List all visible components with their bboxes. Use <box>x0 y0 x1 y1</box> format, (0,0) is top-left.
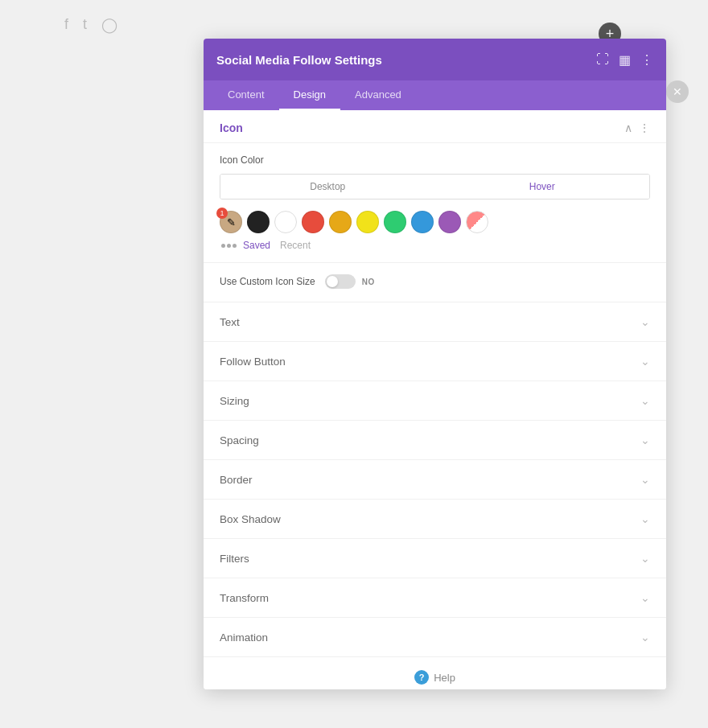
bg-twitter-icon: t <box>83 16 87 34</box>
accordion-border-label: Border <box>220 474 253 486</box>
modal-tabs: Content Design Advanced <box>204 80 666 110</box>
desktop-tab[interactable]: Desktop <box>220 175 435 199</box>
swatch-purple[interactable] <box>438 211 461 233</box>
more-icon[interactable]: ⋮ <box>640 52 653 68</box>
accordion-animation-label: Animation <box>220 631 268 644</box>
tab-advanced[interactable]: Advanced <box>340 80 416 110</box>
bg-instagram-icon: ◯ <box>101 16 117 34</box>
chevron-down-icon: ⌄ <box>640 473 650 486</box>
chevron-down-icon: ⌄ <box>640 512 650 525</box>
help-icon[interactable]: ? <box>414 670 429 685</box>
custom-icon-size-row: Use Custom Icon Size NO <box>204 263 666 302</box>
icon-color-section: Icon Color Desktop Hover 1 ✎ <box>204 143 666 263</box>
accordion-box-shadow-label: Box Shadow <box>220 513 281 525</box>
accordion-spacing[interactable]: Spacing ⌄ <box>204 421 666 460</box>
collapse-icon[interactable]: ∧ <box>624 121 632 134</box>
accordion-filters[interactable]: Filters ⌄ <box>204 539 666 578</box>
accordion-border[interactable]: Border ⌄ <box>204 460 666 500</box>
bg-social-icons: f t ◯ <box>64 16 117 34</box>
swatch-blue[interactable] <box>411 211 434 233</box>
toggle-switch[interactable]: NO <box>325 274 375 289</box>
accordion-transform-label: Transform <box>220 592 269 604</box>
section-more-icon[interactable]: ⋮ <box>639 121 650 134</box>
toggle-track[interactable] <box>325 274 356 289</box>
icon-section-title: Icon <box>220 121 243 134</box>
saved-tab[interactable]: Saved <box>243 240 270 251</box>
bg-facebook-icon: f <box>64 16 68 34</box>
accordion-filters-label: Filters <box>220 553 249 565</box>
section-header-icons: ∧ ⋮ <box>624 121 650 134</box>
settings-modal: Social Media Follow Settings ⛶ ▦ ⋮ Conte… <box>204 39 666 689</box>
accordion-sizing[interactable]: Sizing ⌄ <box>204 381 666 421</box>
modal-body: Icon ∧ ⋮ Icon Color Desktop Hover 1 ✎ <box>204 110 666 689</box>
chevron-down-icon: ⌄ <box>640 394 650 407</box>
saved-recent-tabs: Saved Recent <box>243 240 311 251</box>
chevron-down-icon: ⌄ <box>640 315 650 328</box>
toggle-thumb <box>327 276 338 287</box>
modal-close-button[interactable]: ✕ <box>666 80 689 103</box>
icon-section-header: Icon ∧ ⋮ <box>204 110 666 143</box>
tab-design[interactable]: Design <box>279 80 340 110</box>
help-row: ? Help <box>204 657 666 689</box>
recent-tab[interactable]: Recent <box>280 240 311 251</box>
icon-color-label: Icon Color <box>220 154 650 166</box>
modal-header: Social Media Follow Settings ⛶ ▦ ⋮ <box>204 39 666 80</box>
color-swatches: 1 ✎ <box>220 211 650 233</box>
chevron-down-icon: ⌄ <box>640 552 650 565</box>
tab-content[interactable]: Content <box>213 80 279 110</box>
accordion-sizing-label: Sizing <box>220 395 249 407</box>
active-color-badge: 1 ✎ <box>220 211 242 233</box>
swatch-white[interactable] <box>274 211 297 233</box>
accordion-follow-button-label: Follow Button <box>220 356 286 368</box>
swatch-orange[interactable] <box>329 211 352 233</box>
accordion-text[interactable]: Text ⌄ <box>204 302 666 342</box>
chevron-down-icon: ⌄ <box>640 355 650 368</box>
custom-icon-size-label: Use Custom Icon Size <box>220 276 315 287</box>
accordion-text-label: Text <box>220 316 240 328</box>
swatches-footer: Saved Recent <box>220 240 650 251</box>
swatch-custom[interactable] <box>466 211 488 233</box>
help-label[interactable]: Help <box>434 672 455 684</box>
chevron-down-icon: ⌄ <box>640 591 650 604</box>
modal-title: Social Media Follow Settings <box>216 53 382 67</box>
accordion-box-shadow[interactable]: Box Shadow ⌄ <box>204 500 666 539</box>
accordion-follow-button[interactable]: Follow Button ⌄ <box>204 342 666 381</box>
accordion-transform[interactable]: Transform ⌄ <box>204 578 666 618</box>
layout-icon[interactable]: ▦ <box>619 52 631 68</box>
accordion-spacing-label: Spacing <box>220 434 259 446</box>
hover-tab[interactable]: Hover <box>435 175 650 199</box>
swatch-yellow[interactable] <box>356 211 379 233</box>
fullscreen-icon[interactable]: ⛶ <box>596 52 609 67</box>
more-swatches-dots[interactable] <box>221 241 237 251</box>
swatch-black[interactable] <box>247 211 270 233</box>
chevron-down-icon: ⌄ <box>640 434 650 446</box>
swatch-green[interactable] <box>384 211 406 233</box>
device-tabs: Desktop Hover <box>220 174 650 199</box>
swatch-red[interactable] <box>302 211 324 233</box>
accordion-animation[interactable]: Animation ⌄ <box>204 618 666 657</box>
toggle-label: NO <box>362 278 375 286</box>
chevron-down-icon: ⌄ <box>640 631 650 644</box>
badge-number: 1 <box>216 208 228 219</box>
modal-header-icons: ⛶ ▦ ⋮ <box>596 52 653 68</box>
